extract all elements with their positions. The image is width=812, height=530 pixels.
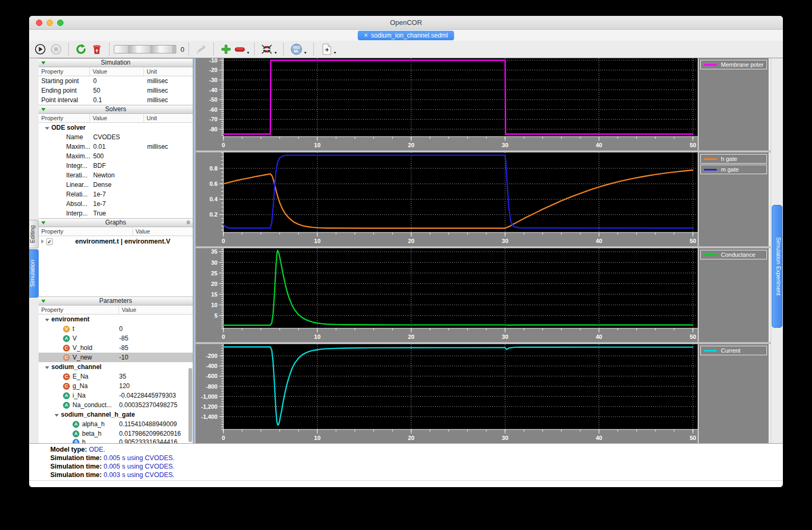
simulation-rows: Starting point 0 millisecEnding point 50… xyxy=(39,76,193,105)
svg-text:5: 5 xyxy=(214,312,218,319)
property-row[interactable]: Integr... BDF xyxy=(39,161,193,170)
tab-simulation-experiment[interactable]: Simulation Experiment xyxy=(772,205,782,328)
export-file-button[interactable]: ▼ xyxy=(318,42,339,57)
property-row[interactable]: Relati... 1e-7 xyxy=(39,190,193,199)
simulation-section-header[interactable]: Simulation xyxy=(39,58,193,67)
dropdown-arrow-icon[interactable]: ▼ xyxy=(246,51,250,57)
parameter-row[interactable]: CE_Na 35 xyxy=(39,372,193,381)
disclosure-triangle-icon[interactable] xyxy=(41,239,44,244)
svg-text:20: 20 xyxy=(408,435,414,441)
stop-button[interactable] xyxy=(48,42,64,57)
parameter-row[interactable]: CV_new -10 xyxy=(39,353,193,362)
zoom-window-button[interactable] xyxy=(57,20,64,26)
collapse-triangle-icon[interactable] xyxy=(41,221,46,224)
property-row[interactable]: Point interval 0.1 millisec xyxy=(39,95,193,105)
svg-text:-30: -30 xyxy=(209,77,218,83)
dropdown-arrow-icon[interactable]: ▼ xyxy=(274,51,277,57)
graph-panel-row: 01020304050-200-400-600-800-1,000-1,200-… xyxy=(196,344,771,443)
graph-checkbox[interactable]: ✓ xyxy=(46,238,53,245)
parameter-row[interactable]: Vt 0 xyxy=(39,324,193,334)
solvers-section-header[interactable]: Solvers xyxy=(39,105,193,114)
delay-value: 0 xyxy=(181,46,184,53)
parameter-row[interactable]: Cg_Na 120 xyxy=(39,381,193,391)
window-footer xyxy=(29,480,783,487)
add-graph-panel-button[interactable] xyxy=(218,42,234,57)
property-row[interactable]: Interp... True xyxy=(39,209,193,218)
reset-button[interactable] xyxy=(73,42,89,57)
property-row[interactable]: Name CVODES xyxy=(39,132,193,142)
svg-text:20: 20 xyxy=(408,142,414,148)
tab-editing[interactable]: Editing xyxy=(29,220,39,248)
column-header: Value xyxy=(90,67,144,76)
graphs-menu-icon[interactable]: ≡ xyxy=(186,219,190,227)
plot-conductance[interactable]: 010203040505101520253035 xyxy=(196,248,698,342)
run-button[interactable] xyxy=(32,42,48,57)
parameter-row[interactable]: ANa_conduct... 0.000352370498275 xyxy=(39,400,193,410)
legend-item[interactable]: Membrane potential xyxy=(700,60,767,69)
graph-row[interactable]: ✓ environment.t | environment.V xyxy=(39,236,193,247)
tab-simulation[interactable]: Simulation xyxy=(29,249,39,298)
parameter-row[interactable]: Ai_Na -0.04228445979303 xyxy=(39,391,193,400)
property-row[interactable]: Maxim... 0.01 millisec xyxy=(39,142,193,151)
dropdown-arrow-icon[interactable]: ▼ xyxy=(303,51,307,57)
plot-h-gate[interactable]: 010203040500.20.40.60.8 xyxy=(196,152,698,246)
legend-item[interactable]: m gate xyxy=(700,165,767,174)
parameter-row[interactable]: AV -85 xyxy=(39,334,193,343)
svg-text:0.6: 0.6 xyxy=(210,181,218,187)
collapse-triangle-icon[interactable] xyxy=(41,61,46,65)
disclosure-triangle-icon[interactable] xyxy=(55,414,59,417)
property-row[interactable]: Maxim... 500 xyxy=(39,151,193,161)
dropdown-arrow-icon[interactable]: ▼ xyxy=(333,51,337,57)
disclosure-triangle-icon[interactable] xyxy=(45,319,49,321)
svg-text:10: 10 xyxy=(314,435,320,441)
property-row[interactable]: Starting point 0 millisec xyxy=(39,76,193,86)
graph-panel-row: 01020304050-10-20-30-40-50-60-70-80 Memb… xyxy=(196,58,771,150)
collapse-triangle-icon[interactable] xyxy=(41,108,46,111)
disclosure-triangle-icon[interactable] xyxy=(45,127,49,130)
svg-text:-1,200: -1,200 xyxy=(201,403,218,410)
close-tab-icon[interactable]: × xyxy=(364,31,368,40)
reset-parameters-button[interactable] xyxy=(193,42,209,57)
svg-text:25: 25 xyxy=(211,270,218,276)
close-window-button[interactable] xyxy=(36,20,42,26)
legend-line-swatch xyxy=(704,169,717,170)
collapse-triangle-icon[interactable] xyxy=(41,300,46,303)
clear-results-button[interactable] xyxy=(89,42,105,57)
parameter-type-icon: A xyxy=(73,430,79,437)
parameter-row[interactable]: Aalpha_h 0.115410488949009 xyxy=(39,419,193,429)
legend-panel: Current xyxy=(698,344,769,443)
parameter-row[interactable]: CV_hold -85 xyxy=(39,343,193,353)
screen: OpenCOR × sodium_ion_channel.sedml xyxy=(0,0,812,530)
parameter-group-row[interactable]: sodium_channel_h_gate xyxy=(39,410,193,419)
property-row[interactable]: Iterati... Newton xyxy=(39,170,193,180)
parameters-section-header[interactable]: Parameters xyxy=(39,297,193,306)
remove-graph-panel-button[interactable]: ▼ xyxy=(234,42,250,57)
svg-text:0: 0 xyxy=(222,142,225,148)
parameter-group-row[interactable]: sodium_channel xyxy=(39,362,193,372)
legend-item[interactable]: Conductance xyxy=(700,250,767,259)
delay-wheel[interactable] xyxy=(114,45,176,53)
parameter-row[interactable]: Sh 0.905233316344416 xyxy=(39,438,193,443)
svg-text:10: 10 xyxy=(314,142,320,148)
minimize-window-button[interactable] xyxy=(47,20,53,26)
legend-item[interactable]: Current xyxy=(700,346,767,355)
plot-membrane-potential[interactable]: 01020304050-10-20-30-40-50-60-70-80 xyxy=(196,58,698,150)
parameters-section-title: Parameters xyxy=(99,297,132,304)
ode-solver-group-row[interactable]: ODE solver xyxy=(39,123,193,132)
legend-panel: Membrane potential xyxy=(698,58,769,150)
parameter-row[interactable]: Abeta_h 0.0179862099620916 xyxy=(39,429,193,438)
legend-label: Membrane potential xyxy=(721,61,763,68)
plot-current[interactable]: 01020304050-200-400-600-800-1,000-1,200-… xyxy=(196,344,698,443)
sedml-export-button[interactable]: SEDML ▼ xyxy=(288,42,309,57)
document-tab[interactable]: × sodium_ion_channel.sedml xyxy=(358,31,454,40)
property-row[interactable]: Ending point 50 millisec xyxy=(39,86,193,95)
resize-plots-button[interactable]: ▼ xyxy=(259,42,279,57)
parameter-group-row[interactable]: environment xyxy=(39,315,193,324)
disclosure-triangle-icon[interactable] xyxy=(45,366,49,369)
graphs-section-header[interactable]: Graphs ≡ xyxy=(39,218,193,227)
parameters-scrollbar[interactable] xyxy=(188,368,192,442)
property-row[interactable]: Absol... 1e-7 xyxy=(39,199,193,209)
ode-solver-label: ODE solver xyxy=(51,124,86,131)
legend-item[interactable]: h gate xyxy=(700,154,767,164)
property-row[interactable]: Linear... Dense xyxy=(39,180,193,190)
